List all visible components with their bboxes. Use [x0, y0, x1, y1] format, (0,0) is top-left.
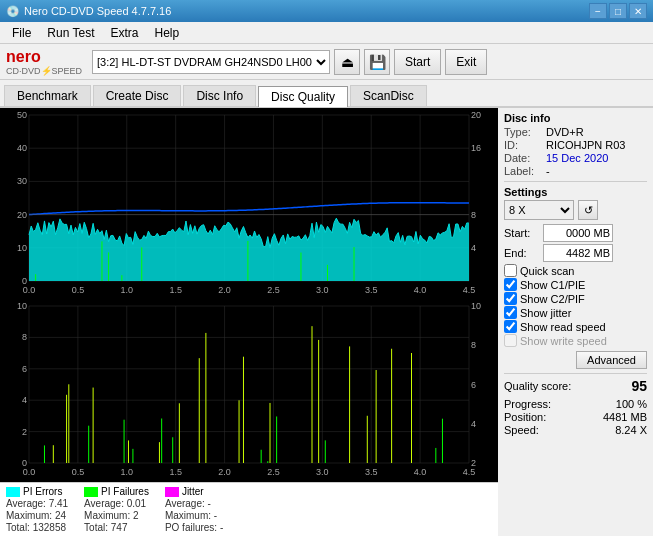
show-jitter-checkbox[interactable] — [504, 306, 517, 319]
disc-type-row: Type: DVD+R — [504, 126, 647, 138]
start-mb-input[interactable] — [543, 224, 613, 242]
maximize-button[interactable]: □ — [609, 3, 627, 19]
pi-errors-title: PI Errors — [23, 486, 62, 497]
tab-disc-info[interactable]: Disc Info — [183, 85, 256, 106]
refresh-icon-button[interactable]: ↺ — [578, 200, 598, 220]
show-c1pie-checkbox[interactable] — [504, 278, 517, 291]
show-write-speed-checkbox — [504, 334, 517, 347]
menu-help[interactable]: Help — [147, 24, 188, 42]
end-mb-label: End: — [504, 247, 539, 259]
exit-button[interactable]: Exit — [445, 49, 487, 75]
minimize-button[interactable]: − — [589, 3, 607, 19]
main-content: PI Errors Average: 7.41 Maximum: 24 Tota… — [0, 108, 653, 536]
disc-label-value: - — [546, 165, 550, 177]
speed-value: 8.24 X — [615, 424, 647, 436]
quality-score-value: 95 — [631, 378, 647, 394]
legend-pi-errors: PI Errors Average: 7.41 Maximum: 24 Tota… — [6, 486, 68, 533]
progress-value: 100 % — [616, 398, 647, 410]
disc-id-label: ID: — [504, 139, 542, 151]
pi-failures-total: Total: 747 — [84, 522, 149, 533]
disc-type-value: DVD+R — [546, 126, 584, 138]
show-jitter-label: Show jitter — [520, 307, 571, 319]
show-read-speed-row: Show read speed — [504, 320, 647, 333]
logo: nero CD·DVD⚡SPEED — [6, 48, 82, 76]
pi-failures-maximum: Maximum: 2 — [84, 510, 149, 521]
save-icon-button[interactable]: 💾 — [364, 49, 390, 75]
show-c2pif-checkbox[interactable] — [504, 292, 517, 305]
pi-errors-color — [6, 487, 20, 497]
right-panel: Disc info Type: DVD+R ID: RICOHJPN R03 D… — [498, 108, 653, 536]
tab-create-disc[interactable]: Create Disc — [93, 85, 182, 106]
bottom-chart — [1, 300, 497, 481]
progress-section: Progress: 100 % Position: 4481 MB Speed:… — [504, 398, 647, 436]
speed-label: Speed: — [504, 424, 539, 436]
quality-score-label: Quality score: — [504, 380, 571, 392]
disc-label-label: Label: — [504, 165, 542, 177]
device-select[interactable]: [3:2] HL-DT-ST DVDRAM GH24NSD0 LH00 — [92, 50, 330, 74]
start-mb-label: Start: — [504, 227, 539, 239]
disc-type-label: Type: — [504, 126, 542, 138]
pi-failures-title: PI Failures — [101, 486, 149, 497]
pi-failures-color — [84, 487, 98, 497]
settings-title: Settings — [504, 186, 647, 198]
disc-id-value: RICOHJPN R03 — [546, 139, 625, 151]
eject-icon-button[interactable]: ⏏ — [334, 49, 360, 75]
start-mb-row: Start: — [504, 224, 647, 242]
disc-label-row: Label: - — [504, 165, 647, 177]
legend-pi-failures: PI Failures Average: 0.01 Maximum: 2 Tot… — [84, 486, 149, 533]
show-write-speed-row: Show write speed — [504, 334, 647, 347]
menu-file[interactable]: File — [4, 24, 39, 42]
end-mb-input[interactable] — [543, 244, 613, 262]
advanced-button[interactable]: Advanced — [576, 351, 647, 369]
jitter-average: Average: - — [165, 498, 223, 509]
top-chart — [1, 109, 497, 299]
position-row: Position: 4481 MB — [504, 411, 647, 423]
disc-date-label: Date: — [504, 152, 542, 164]
pi-errors-average: Average: 7.41 — [6, 498, 68, 509]
progress-label: Progress: — [504, 398, 551, 410]
speed-row-bottom: Speed: 8.24 X — [504, 424, 647, 436]
quick-scan-row: Quick scan — [504, 264, 647, 277]
pi-errors-total: Total: 132858 — [6, 522, 68, 533]
tab-disc-quality[interactable]: Disc Quality — [258, 86, 348, 107]
disc-info-title: Disc info — [504, 112, 647, 124]
progress-row: Progress: 100 % — [504, 398, 647, 410]
show-read-speed-checkbox[interactable] — [504, 320, 517, 333]
show-c1pie-row: Show C1/PIE — [504, 278, 647, 291]
end-mb-row: End: — [504, 244, 647, 262]
pi-failures-average: Average: 0.01 — [84, 498, 149, 509]
quick-scan-checkbox[interactable] — [504, 264, 517, 277]
legend-area: PI Errors Average: 7.41 Maximum: 24 Tota… — [0, 482, 498, 536]
speed-select[interactable]: 8 X MAX 4 X 12 X 16 X — [504, 200, 574, 220]
quick-scan-label: Quick scan — [520, 265, 574, 277]
title-text: Nero CD-DVD Speed 4.7.7.16 — [24, 5, 171, 17]
title-icon: 💿 — [6, 5, 20, 18]
tabs: Benchmark Create Disc Disc Info Disc Qua… — [0, 80, 653, 108]
menu-extra[interactable]: Extra — [102, 24, 146, 42]
quality-score-row: Quality score: 95 — [504, 378, 647, 394]
menu-bar: File Run Test Extra Help — [0, 22, 653, 44]
jitter-maximum: Maximum: - — [165, 510, 223, 521]
position-label: Position: — [504, 411, 546, 423]
speed-row: 8 X MAX 4 X 12 X 16 X ↺ — [504, 200, 647, 220]
show-c2pif-label: Show C2/PIF — [520, 293, 585, 305]
legend-jitter: Jitter Average: - Maximum: - PO failures… — [165, 486, 223, 533]
show-read-speed-label: Show read speed — [520, 321, 606, 333]
title-bar: 💿 Nero CD-DVD Speed 4.7.7.16 − □ ✕ — [0, 0, 653, 22]
start-button[interactable]: Start — [394, 49, 441, 75]
menu-run-test[interactable]: Run Test — [39, 24, 102, 42]
pi-errors-maximum: Maximum: 24 — [6, 510, 68, 521]
show-jitter-row: Show jitter — [504, 306, 647, 319]
disc-date-row: Date: 15 Dec 2020 — [504, 152, 647, 164]
po-failures: PO failures: - — [165, 522, 223, 533]
tab-scan-disc[interactable]: ScanDisc — [350, 85, 427, 106]
disc-id-row: ID: RICOHJPN R03 — [504, 139, 647, 151]
jitter-title: Jitter — [182, 486, 204, 497]
show-c2pif-row: Show C2/PIF — [504, 292, 647, 305]
toolbar: nero CD·DVD⚡SPEED [3:2] HL-DT-ST DVDRAM … — [0, 44, 653, 80]
close-button[interactable]: ✕ — [629, 3, 647, 19]
jitter-color — [165, 487, 179, 497]
position-value: 4481 MB — [603, 411, 647, 423]
show-c1pie-label: Show C1/PIE — [520, 279, 585, 291]
tab-benchmark[interactable]: Benchmark — [4, 85, 91, 106]
